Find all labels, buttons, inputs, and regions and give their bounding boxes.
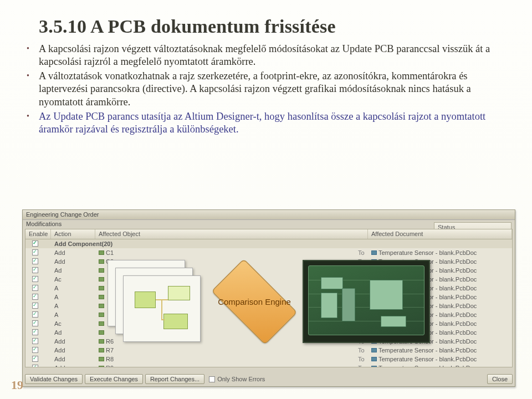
component-icon	[99, 268, 104, 273]
eco-group-label: Add Component(20)	[51, 241, 116, 247]
document-icon	[371, 250, 377, 255]
execute-button[interactable]: Execute Changes	[85, 374, 143, 384]
checkbox-icon[interactable]	[32, 347, 38, 353]
document-icon	[371, 366, 377, 367]
only-errors-label: Only Show Errors	[217, 376, 265, 382]
row-to: To	[355, 347, 368, 354]
checkbox-icon[interactable]	[32, 258, 38, 264]
eco-group-row: Add Component(20)	[25, 239, 512, 248]
row-to: To	[355, 365, 368, 367]
document-icon	[371, 357, 377, 361]
eco-row[interactable]: AddC1ToTemperature Sensor - blank.PcbDoc	[25, 248, 512, 257]
bullet-3-text: Az Update PCB parancs utasítja az Altium…	[39, 111, 485, 135]
row-action: Add	[51, 365, 95, 367]
bullet-1: A kapcsolási rajzon végzett változtatáso…	[22, 43, 512, 68]
slide-body: A kapcsolási rajzon végzett változtatáso…	[39, 43, 512, 136]
component-icon	[99, 366, 104, 367]
checkbox-icon[interactable]	[32, 338, 38, 344]
row-document: Temperature Sensor - blank.PcbDoc	[368, 356, 512, 362]
component-icon	[99, 286, 104, 290]
row-action: A	[51, 311, 95, 318]
component-icon	[99, 277, 104, 282]
row-action: A	[51, 285, 95, 291]
pcb-preview-icon	[303, 260, 430, 343]
checkbox-icon[interactable]	[32, 365, 38, 368]
row-action: Add	[51, 356, 95, 362]
row-action: Add	[51, 258, 95, 265]
row-document: Temperature Sensor - blank PcbDoc	[368, 365, 512, 367]
row-object: R7	[95, 347, 355, 354]
component-icon	[99, 321, 104, 326]
row-to: To	[355, 249, 368, 256]
component-icon	[99, 330, 104, 335]
row-action: Ac	[51, 276, 95, 283]
slide: 3.5.10 A PCB dokumentum frissítése A kap…	[0, 0, 532, 399]
checkbox-icon[interactable]	[32, 303, 38, 309]
component-icon	[99, 339, 104, 344]
eco-row[interactable]: AddR9ToTemperature Sensor - blank PcbDoc	[25, 364, 512, 367]
col-document: Affected Document	[368, 229, 512, 239]
component-icon	[99, 304, 104, 308]
close-button[interactable]: Close	[487, 374, 513, 384]
component-icon	[99, 357, 104, 361]
col-object: Affected Object	[95, 229, 368, 239]
checkbox-icon[interactable]	[32, 356, 38, 362]
row-action: A	[51, 294, 95, 300]
eco-grid-header: Enable Action Affected Object Affected D…	[25, 229, 512, 239]
report-button[interactable]: Report Changes...	[145, 374, 204, 384]
checkbox-icon[interactable]	[32, 329, 38, 335]
checkbox-icon[interactable]	[32, 241, 38, 247]
checkbox-icon[interactable]	[32, 249, 38, 255]
eco-dialog: Engineering Change Order Modifications S…	[22, 209, 515, 387]
component-icon	[99, 295, 104, 299]
checkbox-icon[interactable]	[32, 320, 38, 326]
only-errors-checkbox[interactable]: Only Show Errors	[209, 376, 265, 382]
slide-title: 3.5.10 A PCB dokumentum frissítése	[39, 16, 512, 37]
eco-titlebar: Engineering Change Order	[23, 210, 515, 220]
bullet-2: A változtatások vonatkozhatnak a rajz sz…	[22, 70, 512, 108]
comparison-engine-diamond: Comparison Engine	[202, 270, 307, 334]
comparison-engine-label: Comparison Engine	[202, 297, 307, 306]
schematic-stack-icon	[108, 260, 202, 343]
row-object: C1	[95, 249, 355, 256]
bullet-3: Az Update PCB parancs utasítja az Altium…	[22, 110, 512, 136]
row-document: Temperature Sensor - blank.PcbDoc	[368, 347, 512, 354]
col-enable: Enable	[25, 229, 51, 239]
checkbox-icon[interactable]	[32, 276, 38, 282]
component-icon	[99, 348, 104, 352]
component-icon	[99, 313, 104, 317]
validate-button[interactable]: Validate Changes	[25, 374, 83, 384]
row-object: R8	[95, 356, 355, 362]
comparison-overlay: Comparison Engine	[108, 260, 430, 343]
eco-row[interactable]: AddR7ToTemperature Sensor - blank.PcbDoc	[25, 346, 512, 355]
row-action: Add	[51, 338, 95, 345]
row-action: Ac	[51, 320, 95, 327]
eco-buttons: Validate Changes Execute Changes Report …	[25, 374, 513, 384]
checkbox-icon[interactable]	[32, 285, 38, 291]
col-action: Action	[51, 229, 95, 239]
row-action: Ad	[51, 267, 95, 274]
row-action: Add	[51, 249, 95, 256]
component-icon	[99, 250, 104, 255]
eco-row[interactable]: AddR8ToTemperature Sensor - blank.PcbDoc	[25, 355, 512, 364]
document-icon	[371, 348, 377, 352]
row-action: Add	[51, 347, 95, 354]
checkbox-icon[interactable]	[32, 311, 38, 318]
row-document: Temperature Sensor - blank.PcbDoc	[368, 249, 512, 256]
row-action: Ad	[51, 329, 95, 336]
checkbox-icon[interactable]	[32, 294, 38, 300]
row-to: To	[355, 356, 368, 362]
row-object: R9	[95, 365, 355, 367]
row-action: A	[51, 303, 95, 309]
checkbox-icon[interactable]	[32, 267, 38, 273]
component-icon	[99, 259, 104, 264]
checkbox-icon	[209, 376, 215, 382]
page-number: 19	[11, 378, 23, 392]
